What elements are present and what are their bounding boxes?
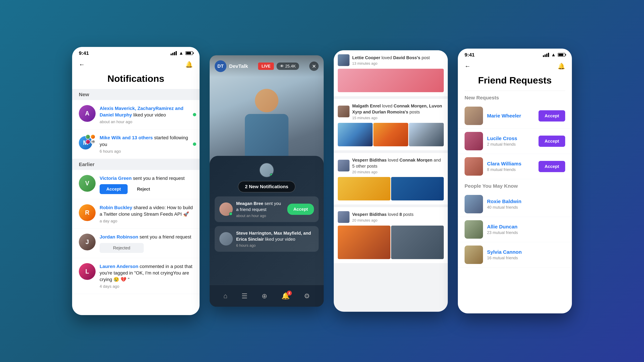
settings-nav-button[interactable]: ⚙ (304, 292, 310, 300)
accept-button[interactable]: Accept (100, 184, 128, 194)
notif-card-time: about an hour ago (236, 214, 284, 218)
live-overlay: 2 New Notifications Meagan Bree sent you… (210, 156, 324, 307)
eye-icon: 👁 (280, 64, 284, 68)
multi-avatar: M +9 (79, 134, 96, 151)
page-header: ← 🔔 (458, 59, 572, 73)
stream-accept-button[interactable]: Accept (287, 204, 314, 215)
avatar-circle: R (79, 204, 96, 221)
status-icons: ▲ (170, 50, 193, 56)
battery-icon (186, 51, 193, 55)
activity-time: 20 minutes ago (352, 218, 414, 223)
activity-images (338, 69, 444, 92)
mutual-friends: 40 mutual friends (487, 205, 565, 210)
friend-name: Allie Duncan (487, 224, 565, 230)
friend-avatar (464, 246, 483, 264)
activity-avatar (338, 211, 350, 223)
page-title: Friend Requests (458, 73, 572, 91)
activity-text: Vesperr Bidithas loved Connak Morqen and… (352, 157, 444, 169)
notif-actions: Rejected (100, 243, 193, 253)
notif-card-time: 6 hours ago (236, 243, 314, 248)
notif-content: Robin Buckley shared a video: How to bui… (100, 204, 193, 223)
activity-action: loved (388, 212, 399, 217)
mutual-friends: 2 mutual friends (487, 142, 534, 147)
live-badge: LIVE (258, 62, 274, 70)
notif-card-avatar (219, 202, 233, 216)
activity-time: 13 minutes ago (352, 61, 430, 66)
notif-text: Alexis Maverick, ZacharyRamirez and Dani… (100, 105, 193, 118)
bell-button[interactable]: 🔔 (185, 61, 193, 68)
back-button[interactable]: ← (464, 63, 470, 70)
friend-info: Sylvia Cannon 16 mutual friends (487, 249, 565, 260)
close-button[interactable]: ✕ (309, 61, 319, 71)
chat-nav-button[interactable]: ☰ (242, 292, 248, 300)
activity-item: Malgath Enrel loved Connak Morqen, Luvon… (334, 99, 448, 150)
notif-actions: Accept Reject (100, 184, 193, 194)
actor-name: Vesperr Bidithas (352, 212, 386, 217)
friend-avatar (464, 107, 483, 125)
notif-avatar: A (79, 105, 96, 122)
unread-dot (193, 113, 196, 116)
activity-image (338, 177, 390, 200)
accept-friend-button[interactable]: Accept (538, 136, 565, 147)
notif-names: Mike Wilk and 13 others (100, 135, 153, 140)
activity-header-row: Lettie Cooper loved David Boss's post 13… (338, 54, 444, 66)
activity-text: Vesperr Bidithas loved 8 posts (352, 211, 414, 217)
friend-avatar (464, 132, 483, 150)
notif-text: Victoria Green sent you a friend request (100, 175, 193, 182)
home-nav-button[interactable]: ⌂ (224, 292, 228, 300)
camera-nav-button[interactable]: ⊕ (262, 292, 267, 300)
notif-names: Lauren Anderson (100, 264, 138, 269)
image-placeholder (338, 177, 390, 200)
accept-friend-button[interactable]: Accept (538, 110, 565, 121)
target-suffix: posts (403, 212, 414, 217)
friend-name: Roxie Baldwin (487, 199, 565, 204)
notif-avatar: L (79, 263, 96, 280)
notifications-screen: 9:41 ▲ ← 🔔 Notifications New A (72, 47, 200, 315)
wifi-icon: ▲ (551, 52, 556, 57)
online-dot (270, 173, 273, 177)
notif-action: sent you a friend request (133, 176, 185, 181)
notification-item: V Victoria Green sent you a friend reque… (72, 170, 200, 199)
notif-avatar: R (79, 204, 96, 221)
friend-avatar (464, 220, 483, 239)
notif-content: Mike Wilk and 13 others started followin… (100, 134, 193, 153)
activity-avatar (338, 160, 350, 171)
people-you-may-know-label: People You May Know (458, 179, 572, 192)
friend-name: Sylvia Cannon (487, 249, 565, 255)
bell-button[interactable]: 🔔 (558, 63, 565, 70)
activity-info: Malgath Enrel loved Connak Morqen, Luvon… (352, 103, 444, 120)
unread-dot (193, 142, 196, 146)
notif-text: Lauren Anderson commented in a post that… (100, 263, 193, 283)
accept-friend-button[interactable]: Accept (538, 161, 565, 172)
notif-content: Lauren Anderson commented in a post that… (100, 263, 193, 289)
image-placeholder (409, 123, 444, 146)
activity-action: loved (382, 103, 394, 108)
live-header: DT DevTalk LIVE 👁 25.4K ✕ (210, 55, 324, 77)
bell-nav-button[interactable]: 🔔 2 (282, 292, 290, 300)
friend-avatar (464, 157, 483, 176)
notif-names: Robin Buckley (100, 205, 132, 210)
popup-avatar (259, 163, 274, 178)
mutual-friends: 16 mutual friends (487, 256, 565, 260)
activity-header-row: Vesperr Bidithas loved 8 posts 20 minute… (338, 211, 444, 223)
bell-count: 2 (287, 291, 292, 296)
avatar-circle: A (79, 105, 96, 122)
back-button[interactable]: ← (79, 61, 85, 68)
notif-content: Alexis Maverick, ZacharyRamirez and Dani… (100, 105, 193, 124)
small-avatar (86, 139, 90, 144)
rejected-button: Rejected (100, 243, 144, 253)
image-placeholder (338, 123, 373, 146)
notif-names: Jordan Robinson (100, 234, 138, 240)
avatar-circle: V (79, 175, 96, 192)
channel-name: DevTalk (229, 63, 248, 69)
activity-feed-screen: Lettie Cooper loved David Boss's post 13… (334, 50, 448, 312)
friend-info: Clara Williams 8 mutual friends (487, 161, 534, 172)
status-icons: ▲ (543, 52, 565, 57)
activity-info: Vesperr Bidithas loved Connak Morqen and… (352, 157, 444, 174)
reject-button[interactable]: Reject (130, 184, 157, 194)
notif-card-content: Steve Harrington, Max Mayfield, and Eric… (236, 230, 314, 248)
avatar-circle: J (79, 234, 96, 250)
signal-icon (543, 53, 549, 57)
image-placeholder (391, 226, 444, 259)
friend-info: Roxie Baldwin 40 mutual friends (487, 199, 565, 210)
